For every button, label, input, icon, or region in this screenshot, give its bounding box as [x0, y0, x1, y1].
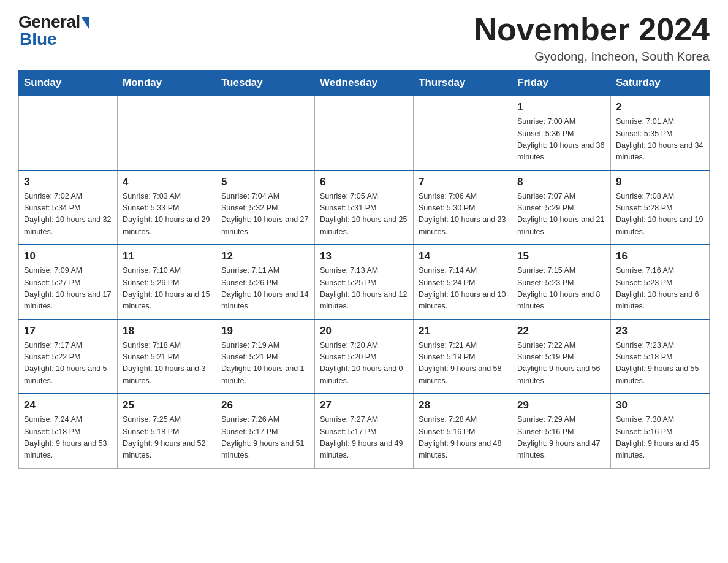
day-number: 13 [320, 250, 408, 262]
sunrise-label: Sunrise: 7:06 AM [419, 192, 477, 201]
day-info: Sunrise: 7:08 AMSunset: 5:28 PMDaylight:… [616, 191, 704, 239]
col-wednesday: Wednesday [315, 71, 414, 96]
table-row [315, 96, 414, 170]
day-info: Sunrise: 7:15 AMSunset: 5:23 PMDaylight:… [517, 265, 605, 313]
day-number: 1 [517, 101, 605, 113]
sunset-label: Sunset: 5:17 PM [320, 427, 376, 436]
table-row: 2Sunrise: 7:01 AMSunset: 5:35 PMDaylight… [611, 96, 710, 170]
table-row: 22Sunrise: 7:22 AMSunset: 5:19 PMDayligh… [512, 320, 611, 394]
daylight-label: Daylight: 10 hours and 17 minutes. [24, 290, 111, 310]
table-row: 19Sunrise: 7:19 AMSunset: 5:21 PMDayligh… [216, 320, 315, 394]
sunset-label: Sunset: 5:20 PM [320, 353, 376, 361]
table-row: 3Sunrise: 7:02 AMSunset: 5:34 PMDaylight… [19, 170, 118, 245]
col-thursday: Thursday [414, 71, 512, 96]
col-saturday: Saturday [611, 71, 710, 96]
sunset-label: Sunset: 5:17 PM [221, 427, 278, 436]
sunrise-label: Sunrise: 7:26 AM [221, 415, 279, 424]
table-row: 25Sunrise: 7:25 AMSunset: 5:18 PMDayligh… [118, 394, 216, 468]
sunset-label: Sunset: 5:16 PM [419, 427, 475, 436]
calendar-week-2: 3Sunrise: 7:02 AMSunset: 5:34 PMDaylight… [19, 170, 710, 245]
sunrise-label: Sunrise: 7:03 AM [123, 192, 181, 201]
daylight-label: Daylight: 10 hours and 6 minutes. [616, 290, 699, 310]
sunset-label: Sunset: 5:21 PM [123, 353, 179, 361]
sunset-label: Sunset: 5:26 PM [221, 278, 278, 287]
day-number: 6 [320, 176, 408, 188]
sunrise-label: Sunrise: 7:01 AM [616, 117, 674, 126]
day-number: 12 [221, 250, 309, 262]
table-row: 27Sunrise: 7:27 AMSunset: 5:17 PMDayligh… [315, 394, 414, 468]
table-row: 24Sunrise: 7:24 AMSunset: 5:18 PMDayligh… [19, 394, 118, 468]
table-row: 6Sunrise: 7:05 AMSunset: 5:31 PMDaylight… [315, 170, 414, 245]
day-info: Sunrise: 7:27 AMSunset: 5:17 PMDaylight:… [320, 414, 408, 462]
day-number: 23 [616, 325, 704, 337]
day-info: Sunrise: 7:09 AMSunset: 5:27 PMDaylight:… [24, 265, 112, 313]
day-number: 22 [517, 325, 605, 337]
sunset-label: Sunset: 5:27 PM [24, 278, 80, 287]
calendar-week-5: 24Sunrise: 7:24 AMSunset: 5:18 PMDayligh… [19, 394, 710, 468]
daylight-label: Daylight: 9 hours and 55 minutes. [616, 364, 699, 385]
daylight-label: Daylight: 10 hours and 32 minutes. [24, 215, 111, 236]
sunrise-label: Sunrise: 7:09 AM [24, 266, 82, 275]
sunrise-label: Sunrise: 7:17 AM [24, 341, 82, 350]
daylight-label: Daylight: 10 hours and 14 minutes. [221, 290, 308, 310]
sunset-label: Sunset: 5:26 PM [123, 278, 179, 287]
calendar-table: Sunday Monday Tuesday Wednesday Thursday… [18, 70, 710, 469]
day-info: Sunrise: 7:25 AMSunset: 5:18 PMDaylight:… [123, 414, 211, 462]
daylight-label: Daylight: 10 hours and 19 minutes. [616, 215, 703, 236]
sunset-label: Sunset: 5:16 PM [616, 427, 672, 436]
daylight-label: Daylight: 10 hours and 10 minutes. [419, 290, 506, 310]
daylight-label: Daylight: 10 hours and 27 minutes. [221, 215, 308, 236]
day-info: Sunrise: 7:00 AMSunset: 5:36 PMDaylight:… [517, 116, 605, 164]
sunrise-label: Sunrise: 7:21 AM [419, 341, 477, 350]
calendar-header-row: Sunday Monday Tuesday Wednesday Thursday… [19, 71, 710, 96]
sunrise-label: Sunrise: 7:24 AM [24, 415, 82, 424]
day-info: Sunrise: 7:21 AMSunset: 5:19 PMDaylight:… [419, 340, 507, 388]
sunset-label: Sunset: 5:32 PM [221, 204, 278, 212]
sunrise-label: Sunrise: 7:18 AM [123, 341, 181, 350]
day-info: Sunrise: 7:02 AMSunset: 5:34 PMDaylight:… [24, 191, 112, 239]
day-number: 10 [24, 250, 112, 262]
sunset-label: Sunset: 5:22 PM [24, 353, 80, 361]
daylight-label: Daylight: 10 hours and 36 minutes. [517, 141, 604, 161]
day-number: 30 [616, 399, 704, 412]
logo-blue-text: Blue [20, 29, 57, 48]
daylight-label: Daylight: 9 hours and 58 minutes. [419, 364, 502, 385]
table-row: 14Sunrise: 7:14 AMSunset: 5:24 PMDayligh… [414, 245, 512, 320]
day-info: Sunrise: 7:22 AMSunset: 5:19 PMDaylight:… [517, 340, 605, 388]
day-info: Sunrise: 7:19 AMSunset: 5:21 PMDaylight:… [221, 340, 309, 388]
sunset-label: Sunset: 5:30 PM [419, 204, 475, 212]
col-sunday: Sunday [19, 71, 118, 96]
daylight-label: Daylight: 10 hours and 23 minutes. [419, 215, 506, 236]
day-number: 11 [123, 250, 211, 262]
sunrise-label: Sunrise: 7:29 AM [517, 415, 575, 424]
table-row: 7Sunrise: 7:06 AMSunset: 5:30 PMDaylight… [414, 170, 512, 245]
location-subtitle: Gyodong, Incheon, South Korea [474, 50, 710, 64]
day-info: Sunrise: 7:29 AMSunset: 5:16 PMDaylight:… [517, 414, 605, 462]
day-info: Sunrise: 7:16 AMSunset: 5:23 PMDaylight:… [616, 265, 704, 313]
sunset-label: Sunset: 5:19 PM [419, 353, 475, 361]
sunset-label: Sunset: 5:18 PM [24, 427, 80, 436]
daylight-label: Daylight: 9 hours and 45 minutes. [616, 439, 699, 459]
sunrise-label: Sunrise: 7:19 AM [221, 341, 279, 350]
day-info: Sunrise: 7:01 AMSunset: 5:35 PMDaylight:… [616, 116, 704, 164]
table-row: 26Sunrise: 7:26 AMSunset: 5:17 PMDayligh… [216, 394, 315, 468]
day-info: Sunrise: 7:18 AMSunset: 5:21 PMDaylight:… [123, 340, 211, 388]
table-row: 15Sunrise: 7:15 AMSunset: 5:23 PMDayligh… [512, 245, 611, 320]
table-row: 21Sunrise: 7:21 AMSunset: 5:19 PMDayligh… [414, 320, 512, 394]
table-row: 16Sunrise: 7:16 AMSunset: 5:23 PMDayligh… [611, 245, 710, 320]
daylight-label: Daylight: 9 hours and 53 minutes. [24, 439, 107, 459]
table-row: 20Sunrise: 7:20 AMSunset: 5:20 PMDayligh… [315, 320, 414, 394]
sunset-label: Sunset: 5:18 PM [123, 427, 179, 436]
page-header: General Blue November 2024 Gyodong, Inch… [18, 12, 710, 64]
sunrise-label: Sunrise: 7:00 AM [517, 117, 575, 126]
day-info: Sunrise: 7:30 AMSunset: 5:16 PMDaylight:… [616, 414, 704, 462]
sunrise-label: Sunrise: 7:28 AM [419, 415, 477, 424]
daylight-label: Daylight: 10 hours and 3 minutes. [123, 364, 206, 385]
table-row: 23Sunrise: 7:23 AMSunset: 5:18 PMDayligh… [611, 320, 710, 394]
day-info: Sunrise: 7:06 AMSunset: 5:30 PMDaylight:… [419, 191, 507, 239]
day-number: 18 [123, 325, 211, 337]
day-number: 15 [517, 250, 605, 262]
daylight-label: Daylight: 10 hours and 15 minutes. [123, 290, 210, 310]
day-info: Sunrise: 7:03 AMSunset: 5:33 PMDaylight:… [123, 191, 211, 239]
sunrise-label: Sunrise: 7:23 AM [616, 341, 674, 350]
